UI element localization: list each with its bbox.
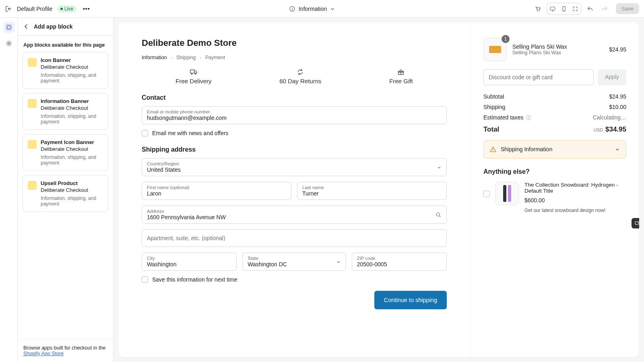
field-value: United States xyxy=(147,167,442,173)
subtotal-value: $24.95 xyxy=(609,93,626,100)
cart-item: 1 Selling Plans Ski Wax Selling Plans Sk… xyxy=(483,38,626,61)
chevron-down-icon xyxy=(336,259,341,264)
currency: USD xyxy=(594,128,603,132)
save-info-checkbox[interactable] xyxy=(142,276,148,283)
upsell-checkbox[interactable] xyxy=(483,191,490,197)
more-menu-icon[interactable]: ••• xyxy=(81,5,92,13)
block-name: Upsell Product xyxy=(41,180,103,186)
news-checkbox[interactable] xyxy=(142,130,148,136)
continue-button[interactable]: Continue to shipping xyxy=(374,291,447,309)
page-selector[interactable]: Information xyxy=(289,6,335,12)
app-block-information-banner[interactable]: Information Banner Deliberate Checkout I… xyxy=(23,93,108,130)
preview-canvas: Deliberate Demo Store Information › Ship… xyxy=(114,18,644,362)
back-icon[interactable] xyxy=(23,24,29,29)
field-value: 20500-0005 xyxy=(357,261,442,267)
field-label: Last name xyxy=(302,185,442,190)
address-field[interactable]: Address 1600 Pennsylvania Avenue NW xyxy=(142,206,447,224)
banner-label: Shipping Information xyxy=(501,146,611,152)
total-label: Total xyxy=(483,125,499,134)
field-label: First name (optional) xyxy=(147,185,286,190)
block-provider: Deliberate Checkout xyxy=(41,64,103,70)
cart-icon[interactable] xyxy=(532,3,543,14)
block-app-icon xyxy=(28,140,37,149)
redo-icon[interactable] xyxy=(599,3,610,14)
first-name-field[interactable]: First name (optional) Laron xyxy=(142,182,291,200)
app-block-icon-banner[interactable]: Icon Banner Deliberate Checkout Informat… xyxy=(23,52,108,89)
feature-free-delivery: Free Delivery xyxy=(175,68,211,84)
cart-qty-badge: 1 xyxy=(502,35,510,43)
exit-editor-icon[interactable] xyxy=(5,5,12,12)
field-label: Email or mobile phone number xyxy=(147,109,442,114)
last-name-field[interactable]: Last name Turner xyxy=(297,182,447,200)
field-value: hudsongutmann@example.com xyxy=(147,115,442,121)
block-app-icon xyxy=(28,99,37,108)
feature-gift: Free Gift xyxy=(389,68,413,84)
breadcrumb: Information › Shipping › Payment xyxy=(142,55,447,60)
desktop-view-icon[interactable] xyxy=(547,3,558,14)
email-field[interactable]: Email or mobile phone number hudsongutma… xyxy=(142,106,447,124)
cart-item-price: $24.95 xyxy=(609,46,626,53)
block-sub: Information, shipping, and payment xyxy=(41,113,103,125)
block-provider: Deliberate Checkout xyxy=(41,187,103,193)
crumb-information[interactable]: Information xyxy=(142,55,167,60)
block-sub: Information, shipping, and payment xyxy=(41,195,103,207)
feature-label: 60 Day Returns xyxy=(279,78,321,84)
tax-label: Estimated taxes xyxy=(483,114,524,121)
app-block-payment-icon-banner[interactable]: Payment Icon Banner Deliberate Checkout … xyxy=(23,134,108,171)
app-store-link[interactable]: Shopify App Store xyxy=(23,351,64,356)
svg-point-5 xyxy=(564,10,564,10)
sections-rail-icon[interactable] xyxy=(3,22,14,33)
mobile-view-icon[interactable] xyxy=(558,3,570,14)
app-block-upsell-product[interactable]: Upsell Product Deliberate Checkout Infor… xyxy=(23,175,108,212)
country-select[interactable]: Country/Region United States xyxy=(142,158,447,176)
cart-thumbnail: 1 xyxy=(483,38,507,61)
settings-rail-icon[interactable] xyxy=(3,38,14,49)
page-selector-label: Information xyxy=(299,6,327,12)
discount-input[interactable]: Discount code or gift card xyxy=(483,69,594,85)
left-rail xyxy=(0,18,18,362)
search-icon[interactable] xyxy=(435,212,442,218)
svg-point-8 xyxy=(8,43,10,45)
refresh-icon xyxy=(297,68,304,76)
warning-icon xyxy=(489,146,497,153)
info-icon xyxy=(289,6,295,12)
svg-point-10 xyxy=(195,73,196,74)
field-label: Address xyxy=(147,209,442,214)
total-value: $34.95 xyxy=(605,125,626,133)
field-label: State xyxy=(248,256,341,261)
crumb-payment: Payment xyxy=(205,55,225,60)
topbar: Default Profile Live ••• Information Sav… xyxy=(0,0,644,18)
info-icon[interactable]: ⓘ xyxy=(525,115,531,121)
anything-else-title: Anything else? xyxy=(483,168,626,175)
state-select[interactable]: State Washington DC xyxy=(242,253,346,271)
shipping-title: Shipping address xyxy=(142,146,447,153)
field-value: Laron xyxy=(147,190,286,197)
upsell-title: The Collection Snowboard: Hydrogen - Def… xyxy=(524,182,626,194)
city-field[interactable]: City Washington xyxy=(142,253,237,271)
chat-widget[interactable]: Ch xyxy=(632,218,639,228)
shipping-info-banner[interactable]: Shipping Information xyxy=(483,140,626,158)
svg-rect-3 xyxy=(551,7,555,10)
subtotal-label: Subtotal xyxy=(483,93,504,100)
chevron-right-icon: › xyxy=(171,56,172,60)
field-placeholder: Apartment, suite, etc. (optional) xyxy=(147,235,225,241)
chevron-down-icon xyxy=(615,146,620,152)
zip-field[interactable]: ZIP code 20500-0005 xyxy=(352,253,447,271)
field-label: ZIP code xyxy=(357,256,442,261)
fullscreen-view-icon[interactable] xyxy=(570,3,581,14)
save-info-label: Save this information for next time xyxy=(152,276,237,283)
block-name: Payment Icon Banner xyxy=(41,139,103,145)
block-name: Information Banner xyxy=(41,98,103,104)
feature-returns: 60 Day Returns xyxy=(279,68,321,84)
cart-item-name: Selling Plans Ski Wax xyxy=(512,43,603,50)
feature-label: Free Gift xyxy=(389,78,413,84)
upsell-thumbnail xyxy=(495,182,519,205)
field-value: 1600 Pennsylvania Avenue NW xyxy=(147,214,442,220)
shipping-label: Shipping xyxy=(483,104,506,110)
truck-icon xyxy=(190,68,198,76)
undo-icon[interactable] xyxy=(584,3,596,14)
footer-text: Browse apps built for checkout in the xyxy=(23,345,105,351)
chevron-down-icon xyxy=(437,165,442,170)
tax-value: Calculating… xyxy=(593,114,626,121)
apartment-field[interactable]: Apartment, suite, etc. (optional) xyxy=(142,229,447,247)
